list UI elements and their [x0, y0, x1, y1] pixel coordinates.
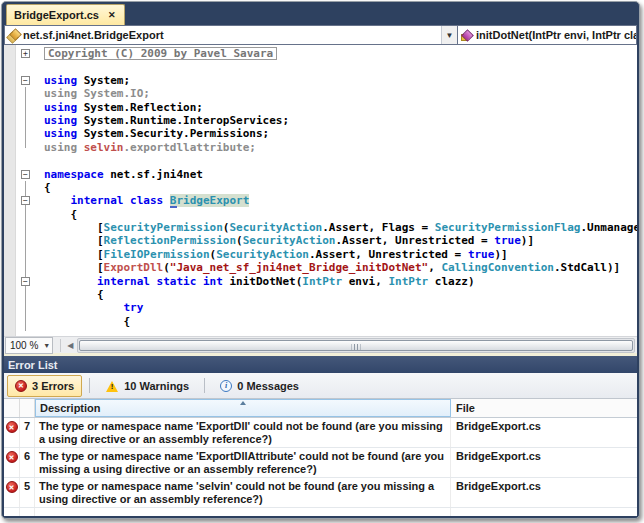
error-description: The type or namespace name 'selvin' coul…: [35, 478, 451, 507]
code-line: [44, 60, 637, 73]
class-icon: [8, 30, 19, 41]
chevron-down-icon: ▼: [43, 342, 50, 349]
errors-filter-button[interactable]: ✕ 3 Errors: [7, 375, 82, 397]
zoom-selector[interactable]: 100 % ▼: [5, 337, 53, 354]
editor-bottom-bar: 100 % ▼ ◀: [4, 336, 637, 353]
error-number: 5: [20, 478, 35, 507]
member-dropdown[interactable]: initDotNet(IntPtr envi, IntPtr clazz): [457, 26, 636, 44]
errors-filter-label: 3 Errors: [32, 380, 74, 392]
code-line: internal static int initDotNet(IntPtr en…: [44, 275, 637, 288]
code-line: [SecurityPermission(SecurityAction.Asser…: [44, 221, 637, 234]
error-description: The type or namespace name 'ExportDllAtt…: [35, 448, 451, 477]
warning-icon: !: [105, 380, 119, 392]
chevron-down-icon[interactable]: ▼: [441, 26, 457, 44]
description-column-header[interactable]: Description: [35, 399, 451, 417]
member-dropdown-value: initDotNet(IntPtr envi, IntPtr clazz): [476, 29, 636, 41]
method-icon: [461, 30, 472, 41]
code-line: {: [44, 315, 637, 328]
error-icon: ✕: [6, 481, 18, 493]
warnings-filter-button[interactable]: ! 10 Warnings: [97, 375, 197, 397]
error-icon: ✕: [6, 451, 18, 463]
error-rows: ✕7The type or namespace name 'ExportDll'…: [4, 418, 637, 508]
error-icon: ✕: [6, 421, 18, 433]
indicator-margin: [4, 45, 16, 336]
code-line: using selvin.exportdllattribute;: [44, 141, 637, 154]
type-dropdown[interactable]: net.sf.jni4net.BridgeExport ▼: [5, 26, 457, 44]
messages-filter-button[interactable]: i 0 Messages: [212, 375, 307, 397]
code-editor[interactable]: +−−−− Copyright (C) 2009 by Pavel Savara…: [4, 45, 637, 336]
close-icon[interactable]: ✕: [108, 11, 116, 20]
info-icon: i: [220, 380, 232, 392]
error-list-empty-row: [4, 508, 637, 516]
code-line: using System.Runtime.InteropServices;: [44, 114, 637, 127]
warnings-filter-label: 10 Warnings: [124, 380, 189, 392]
number-column-header[interactable]: [20, 399, 35, 417]
file-column-header[interactable]: File: [451, 399, 637, 417]
error-list-header: Description File: [4, 399, 637, 418]
error-row[interactable]: ✕5The type or namespace name 'selvin' co…: [4, 478, 637, 508]
outline-gutter: +−−−−: [21, 47, 32, 336]
toolbar-separator: [89, 378, 90, 393]
scroll-left-icon[interactable]: ◀: [63, 341, 77, 350]
code-line: {: [44, 288, 637, 301]
outline-connector: [25, 87, 26, 148]
sort-ascending-icon: [240, 401, 246, 405]
type-dropdown-value: net.sf.jni4net.BridgeExport: [23, 29, 164, 41]
tab-title: BridgeExport.cs: [14, 9, 99, 21]
messages-filter-label: 0 Messages: [237, 380, 299, 392]
horizontal-scrollbar[interactable]: [77, 338, 635, 353]
code-line: Copyright (C) 2009 by Pavel Savara: [44, 47, 637, 60]
error-icon: ✕: [15, 380, 27, 392]
code-line: [ExportDll("Java_net_sf_jni4net_Bridge_i…: [44, 261, 637, 274]
fold-toggle-icon[interactable]: −: [21, 170, 30, 179]
error-number: 6: [20, 448, 35, 477]
fold-toggle-icon[interactable]: +: [21, 49, 30, 58]
fold-toggle-icon[interactable]: −: [21, 196, 30, 205]
code-line: {: [44, 208, 637, 221]
error-list-title-bar: Error List: [4, 356, 637, 373]
error-file: BridgeExport.cs: [451, 478, 637, 507]
fold-toggle-icon[interactable]: −: [21, 76, 30, 85]
code-line: [44, 154, 637, 167]
code-line: [FileIOPermission(SecurityAction.Assert,…: [44, 248, 637, 261]
error-file: BridgeExport.cs: [451, 418, 637, 447]
code-line: using System.Security.Permissions;: [44, 127, 637, 140]
error-file: BridgeExport.cs: [451, 448, 637, 477]
splitter-handle[interactable]: [53, 339, 61, 352]
error-list-title: Error List: [8, 359, 58, 371]
code-line: using System;: [44, 74, 637, 87]
scrollbar-grip-icon: [352, 344, 361, 351]
zoom-value: 100 %: [10, 340, 38, 351]
ide-window: BridgeExport.cs ✕ net.sf.jni4net.BridgeE…: [1, 1, 640, 519]
code-line: {: [44, 181, 637, 194]
code-lines: Copyright (C) 2009 by Pavel Savarausing …: [44, 47, 637, 328]
code-line: namespace net.sf.jni4net: [44, 168, 637, 181]
scrollbar-thumb[interactable]: [79, 340, 633, 351]
file-column-label: File: [456, 402, 475, 414]
description-column-label: Description: [40, 402, 101, 414]
error-description: The type or namespace name 'ExportDll' c…: [35, 418, 451, 447]
code-line: internal class BridgeExport: [44, 194, 637, 207]
navigation-bar: net.sf.jni4net.BridgeExport ▼ initDotNet…: [4, 25, 637, 45]
tab-bridgeexport[interactable]: BridgeExport.cs ✕: [6, 4, 125, 25]
document-tab-bar: BridgeExport.cs ✕: [4, 2, 637, 25]
error-list-toolbar: ✕ 3 Errors ! 10 Warnings i 0 Messages: [4, 373, 637, 399]
toolbar-separator: [204, 378, 205, 393]
code-line: using System.IO;: [44, 87, 637, 100]
error-row[interactable]: ✕6The type or namespace name 'ExportDllA…: [4, 448, 637, 478]
code-line: using System.Reflection;: [44, 101, 637, 114]
severity-column-header[interactable]: [4, 399, 20, 417]
fold-toggle-icon[interactable]: −: [21, 277, 30, 286]
code-line: try: [44, 301, 637, 314]
code-line: [ReflectionPermission(SecurityAction.Ass…: [44, 234, 637, 247]
error-row[interactable]: ✕7The type or namespace name 'ExportDll'…: [4, 418, 637, 448]
error-number: 7: [20, 418, 35, 447]
